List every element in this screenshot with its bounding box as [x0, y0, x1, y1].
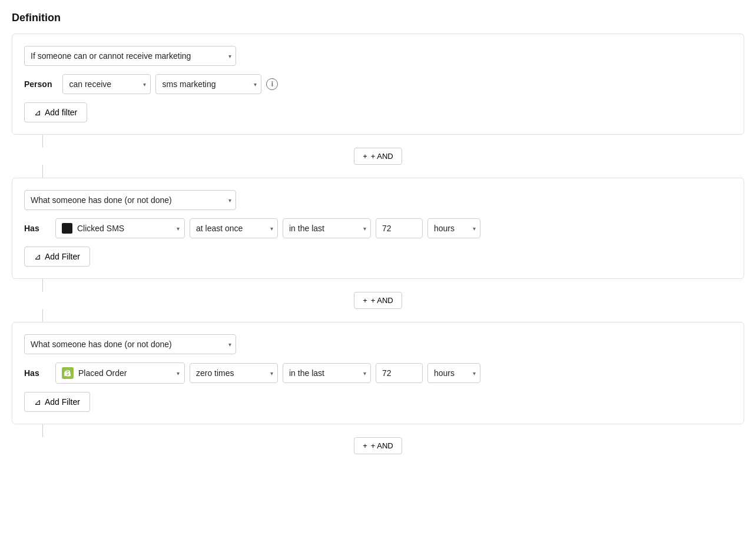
block3-timeframe-wrapper: in the last ▾ [283, 363, 371, 383]
block2-hours-wrapper: hours days ▾ [427, 218, 480, 238]
block1-can-receive-select[interactable]: can receive cannot receive [62, 74, 151, 94]
svg-rect-0 [62, 367, 74, 379]
block2-main-select[interactable]: What someone has done (or not done) [24, 190, 236, 210]
block1-marketing-type-wrapper: sms marketing email marketing ▾ [155, 74, 261, 94]
block3-action-select[interactable]: Placed Order ▾ [55, 362, 185, 384]
block1-info-icon: i [266, 78, 278, 90]
condition-block-3: What someone has done (or not done) ▾ Ha… [12, 322, 744, 424]
block3-main-select[interactable]: What someone has done (or not done) [24, 334, 236, 354]
block3-action-text: Placed Order [78, 368, 127, 378]
block2-main-select-wrapper: What someone has done (or not done) ▾ [24, 190, 236, 210]
block1-filter-row: Person can receive cannot receive ▾ sms … [24, 74, 732, 94]
block2-timeframe-select[interactable]: in the last [283, 218, 371, 238]
block3-add-filter-label: Add Filter [45, 397, 80, 407]
and-label-3: + AND [370, 441, 393, 450]
connector-line-4 [42, 309, 43, 322]
and-button-3[interactable]: + + AND [354, 437, 402, 454]
block2-frequency-select[interactable]: at least once zero times [190, 218, 278, 238]
block1-add-filter-button[interactable]: ⊿ Add filter [24, 102, 87, 122]
condition-block-2: What someone has done (or not done) ▾ Ha… [12, 178, 744, 279]
block1-add-filter-label: Add filter [45, 108, 77, 117]
block2-action-select[interactable]: Clicked SMS ▾ [55, 218, 185, 238]
block2-action-chevron-icon: ▾ [177, 225, 180, 232]
block3-action-chevron-icon: ▾ [177, 370, 180, 377]
and-plus-icon-3: + [363, 441, 367, 450]
and-button-row-3: + + AND [12, 437, 744, 454]
and-label-2: + AND [370, 296, 393, 305]
shopify-icon [62, 367, 74, 379]
block2-frequency-wrapper: at least once zero times ▾ [190, 218, 278, 238]
and-button-row-1: + + AND [12, 148, 744, 165]
block2-hours-select[interactable]: hours days [427, 218, 480, 238]
page-title: Definition [12, 12, 744, 24]
block2-add-filter-label: Add Filter [45, 252, 80, 261]
block1-can-receive-wrapper: can receive cannot receive ▾ [62, 74, 151, 94]
block3-hours-select[interactable]: hours days [427, 363, 480, 383]
block3-main-select-wrapper: What someone has done (or not done) ▾ [24, 334, 236, 354]
block3-frequency-wrapper: zero times at least once ▾ [190, 363, 278, 383]
and-label-1: + AND [370, 152, 393, 161]
connector-line-2 [42, 165, 43, 178]
block3-number-input[interactable] [376, 363, 423, 383]
block3-timeframe-select[interactable]: in the last [283, 363, 371, 383]
and-button-1[interactable]: + + AND [354, 148, 402, 165]
block3-frequency-select[interactable]: zero times at least once [190, 363, 278, 383]
block1-marketing-type-select[interactable]: sms marketing email marketing [155, 74, 261, 94]
block2-add-filter-button[interactable]: ⊿ Add Filter [24, 247, 90, 267]
connector-line-5 [42, 424, 43, 437]
block3-hours-wrapper: hours days ▾ [427, 363, 480, 383]
connector-line-3 [42, 279, 43, 292]
block1-main-select[interactable]: If someone can or cannot receive marketi… [24, 46, 236, 66]
and-button-row-2: + + AND [12, 292, 744, 309]
block2-number-input[interactable] [376, 218, 423, 238]
block2-filter-row: Has Clicked SMS ▾ at least once zero tim… [24, 218, 732, 238]
block3-row-label: Has [24, 368, 45, 378]
and-button-2[interactable]: + + AND [354, 292, 402, 309]
block3-add-filter-button[interactable]: ⊿ Add Filter [24, 392, 90, 412]
block1-filter-icon: ⊿ [34, 108, 41, 117]
block2-timeframe-wrapper: in the last ▾ [283, 218, 371, 238]
and-plus-icon-1: + [363, 152, 367, 161]
sms-icon [62, 223, 72, 234]
condition-block-1: If someone can or cannot receive marketi… [12, 34, 744, 135]
block3-filter-row: Has Placed Order ▾ zero times at least o… [24, 362, 732, 384]
and-plus-icon-2: + [363, 296, 367, 305]
block3-filter-icon: ⊿ [34, 397, 41, 407]
block1-main-select-wrapper: If someone can or cannot receive marketi… [24, 46, 236, 66]
block1-row-label: Person [24, 79, 52, 89]
block2-row-label: Has [24, 224, 45, 233]
block2-filter-icon: ⊿ [34, 252, 41, 261]
block2-action-text: Clicked SMS [77, 224, 124, 233]
connector-line-1 [42, 135, 43, 148]
